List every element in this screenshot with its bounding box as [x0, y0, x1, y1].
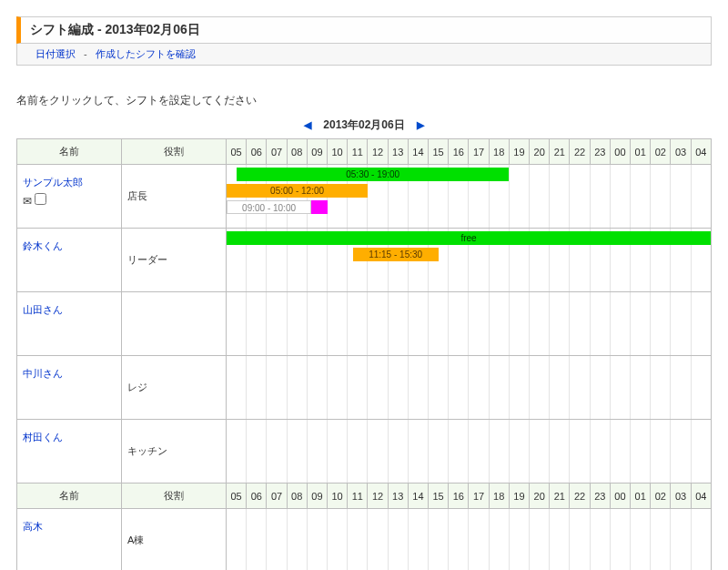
shift-bar[interactable]: 05:00 - 12:00: [227, 184, 368, 198]
role-cell: [122, 292, 227, 356]
col-header-hour: 07: [267, 483, 287, 509]
col-header-role: 役割: [122, 483, 227, 509]
col-header-hour: 14: [408, 139, 428, 165]
col-header-role: 役割: [122, 139, 227, 165]
col-header-hour: 00: [610, 483, 630, 509]
col-header-hour: 02: [651, 483, 671, 509]
table-row: 村田くんキッチン: [17, 420, 712, 483]
staff-name-link[interactable]: サンプル太郎: [23, 176, 83, 189]
col-header-hour: 03: [671, 483, 691, 509]
shift-bar[interactable]: [311, 200, 328, 214]
role-cell: A棟: [122, 509, 227, 571]
col-header-hour: 00: [610, 139, 630, 165]
col-header-hour: 10: [328, 483, 348, 509]
staff-name-link[interactable]: 高木: [23, 520, 43, 534]
name-cell: 高木: [17, 509, 122, 571]
timeline-cell[interactable]: free11:15 - 15:30: [227, 229, 712, 292]
table-header-2: 名前役割050607080910111213141516171819202122…: [17, 483, 712, 509]
row-checkbox[interactable]: [35, 193, 46, 205]
staff-name-link[interactable]: 鈴木くん: [23, 239, 63, 253]
col-header-name: 名前: [17, 139, 122, 165]
current-date-label: 2013年02月06日: [323, 118, 404, 131]
col-header-hour: 03: [671, 139, 691, 165]
staff-name-link[interactable]: 村田くん: [23, 431, 63, 444]
role-cell: キッチン: [122, 420, 227, 483]
timeline-cell[interactable]: [227, 356, 712, 420]
col-header-hour: 11: [348, 483, 368, 509]
table-row: 山田さん: [17, 292, 712, 356]
col-header-hour: 23: [590, 483, 610, 509]
col-header-hour: 17: [469, 483, 489, 509]
timeline-cell[interactable]: [227, 292, 712, 356]
col-header-hour: 19: [509, 483, 529, 509]
col-header-name: 名前: [17, 483, 122, 509]
name-cell: 山田さん: [17, 292, 122, 356]
mail-icon[interactable]: ✉: [23, 195, 32, 208]
role-cell: レジ: [122, 356, 227, 420]
col-header-hour: 02: [651, 139, 671, 165]
col-header-hour: 04: [691, 139, 711, 165]
table-body-2: 高木A棟: [17, 509, 712, 571]
timeline-cell[interactable]: [227, 420, 712, 483]
col-header-hour: 06: [247, 139, 267, 165]
table-header-1: 名前役割050607080910111213141516171819202122…: [17, 139, 712, 165]
role-cell: リーダー: [122, 229, 227, 292]
col-header-hour: 21: [550, 139, 570, 165]
col-header-hour: 15: [429, 483, 449, 509]
col-header-hour: 23: [590, 139, 610, 165]
page-title: シフト編成 - 2013年02月06日: [16, 16, 712, 44]
col-header-hour: 12: [368, 139, 388, 165]
nav-date-select[interactable]: 日付選択: [35, 48, 76, 59]
col-header-hour: 13: [388, 483, 408, 509]
col-header-hour: 05: [227, 483, 247, 509]
col-header-hour: 20: [530, 139, 550, 165]
col-header-hour: 17: [469, 139, 489, 165]
col-header-hour: 16: [449, 139, 469, 165]
col-header-hour: 22: [570, 483, 590, 509]
col-header-hour: 01: [631, 139, 651, 165]
col-header-hour: 14: [408, 483, 428, 509]
col-header-hour: 10: [328, 139, 348, 165]
timeline-cell[interactable]: [227, 509, 712, 571]
col-header-hour: 09: [307, 483, 327, 509]
date-navigator: ◀ 2013年02月06日 ▶: [16, 117, 712, 133]
shift-bar[interactable]: 09:00 - 10:00: [227, 200, 311, 214]
shift-table: 名前役割050607080910111213141516171819202122…: [16, 138, 712, 570]
name-cell: 村田くん: [17, 420, 122, 483]
col-header-hour: 06: [247, 483, 267, 509]
col-header-hour: 18: [489, 483, 509, 509]
next-day-icon[interactable]: ▶: [408, 119, 433, 130]
col-header-hour: 09: [307, 139, 327, 165]
role-cell: 店長: [122, 165, 227, 229]
col-header-hour: 08: [287, 139, 307, 165]
col-header-hour: 20: [530, 483, 550, 509]
staff-name-link[interactable]: 中川さん: [23, 367, 63, 381]
col-header-hour: 07: [267, 139, 287, 165]
shift-bar[interactable]: 05:30 - 19:00: [237, 168, 509, 181]
staff-name-link[interactable]: 山田さん: [23, 303, 63, 317]
sub-nav: 日付選択 - 作成したシフトを確認: [16, 44, 712, 66]
col-header-hour: 08: [287, 483, 307, 509]
col-header-hour: 11: [348, 139, 368, 165]
table-body-1: サンプル太郎✉ 店長05:30 - 19:0005:00 - 12:0009:0…: [17, 165, 712, 483]
col-header-hour: 21: [550, 483, 570, 509]
shift-bar[interactable]: 11:15 - 15:30: [353, 248, 439, 261]
name-cell: 中川さん: [17, 356, 122, 420]
name-cell: サンプル太郎✉: [17, 165, 122, 229]
col-header-hour: 01: [631, 483, 651, 509]
table-row: 高木A棟: [17, 509, 712, 571]
table-row: 中川さんレジ: [17, 356, 712, 420]
col-header-hour: 05: [227, 139, 247, 165]
col-header-hour: 18: [489, 139, 509, 165]
shift-bar[interactable]: free: [227, 231, 711, 245]
name-cell: 鈴木くん: [17, 229, 122, 292]
col-header-hour: 16: [449, 483, 469, 509]
timeline-cell[interactable]: 05:30 - 19:0005:00 - 12:0009:00 - 10:00: [227, 165, 712, 229]
nav-confirm-shift[interactable]: 作成したシフトを確認: [96, 48, 196, 59]
nav-separator: -: [84, 48, 87, 59]
col-header-hour: 13: [388, 139, 408, 165]
table-row: サンプル太郎✉ 店長05:30 - 19:0005:00 - 12:0009:0…: [17, 165, 712, 229]
col-header-hour: 15: [429, 139, 449, 165]
col-header-hour: 04: [691, 483, 711, 509]
prev-day-icon[interactable]: ◀: [295, 119, 320, 130]
